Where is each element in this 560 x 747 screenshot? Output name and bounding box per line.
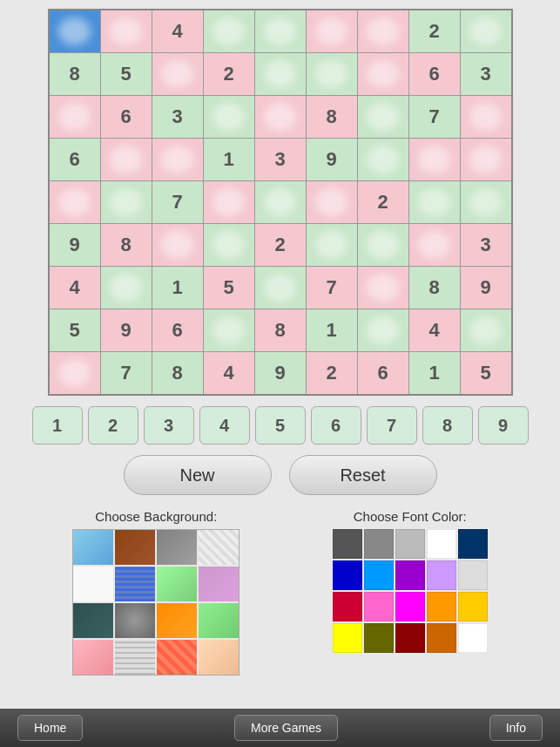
font-swatch-11[interactable]: [364, 592, 394, 621]
cell[interactable]: 9: [307, 139, 357, 180]
cell[interactable]: 8: [152, 352, 203, 394]
cell[interactable]: 9: [101, 309, 152, 351]
cell[interactable]: 6: [152, 309, 203, 351]
bg-swatch-7[interactable]: [199, 567, 239, 601]
cell[interactable]: 9: [50, 224, 100, 266]
cell[interactable]: 3: [255, 139, 306, 180]
cell[interactable]: [409, 181, 460, 223]
font-swatch-10[interactable]: [333, 592, 362, 621]
cell[interactable]: [50, 352, 100, 394]
font-swatch-2[interactable]: [395, 529, 425, 559]
cell[interactable]: [152, 139, 203, 180]
cell[interactable]: [50, 10, 100, 52]
cell[interactable]: [255, 53, 306, 95]
cell[interactable]: 8: [307, 96, 357, 138]
cell[interactable]: [358, 224, 408, 266]
num-btn-2[interactable]: 2: [88, 406, 138, 445]
cell[interactable]: [358, 10, 408, 52]
cell[interactable]: 2: [204, 53, 254, 95]
cell[interactable]: [358, 267, 408, 309]
num-btn-1[interactable]: 1: [32, 406, 83, 445]
bg-swatch-0[interactable]: [73, 530, 113, 565]
font-swatch-8[interactable]: [427, 560, 456, 590]
cell[interactable]: [409, 139, 460, 180]
cell[interactable]: [152, 53, 203, 95]
cell[interactable]: 8: [255, 309, 306, 351]
num-btn-5[interactable]: 5: [255, 406, 306, 445]
cell[interactable]: 4: [409, 309, 460, 351]
cell[interactable]: 9: [461, 267, 511, 309]
cell[interactable]: 4: [50, 267, 100, 309]
cell[interactable]: 6: [50, 139, 100, 180]
cell[interactable]: 1: [409, 352, 460, 394]
cell[interactable]: [307, 10, 357, 52]
cell[interactable]: 4: [204, 352, 254, 394]
cell[interactable]: 5: [101, 53, 152, 95]
info-button[interactable]: Info: [489, 715, 543, 741]
num-btn-7[interactable]: 7: [367, 406, 417, 445]
cell[interactable]: [358, 96, 408, 138]
cell[interactable]: 2: [255, 224, 306, 266]
bg-swatch-6[interactable]: [157, 567, 197, 601]
font-swatch-17[interactable]: [395, 623, 425, 653]
cell[interactable]: 7: [409, 96, 460, 138]
cell[interactable]: [255, 96, 306, 138]
cell[interactable]: 2: [307, 352, 357, 394]
cell[interactable]: [358, 139, 408, 180]
cell[interactable]: [358, 53, 408, 95]
cell[interactable]: [461, 309, 511, 351]
bg-swatch-8[interactable]: [73, 603, 113, 638]
cell[interactable]: 8: [101, 224, 152, 266]
cell[interactable]: 5: [50, 309, 100, 351]
sudoku-grid[interactable]: 4285263638761397298234157895968147849261…: [48, 9, 513, 396]
cell[interactable]: 2: [409, 10, 460, 52]
font-swatch-5[interactable]: [333, 560, 362, 590]
cell[interactable]: [255, 181, 306, 223]
cell[interactable]: 8: [50, 53, 100, 95]
cell[interactable]: [255, 10, 306, 52]
cell[interactable]: 5: [204, 267, 254, 309]
cell[interactable]: 3: [152, 96, 203, 138]
cell[interactable]: 5: [461, 352, 511, 394]
cell[interactable]: [50, 181, 100, 223]
cell[interactable]: [204, 181, 254, 223]
cell[interactable]: [204, 309, 254, 351]
more-games-button[interactable]: More Games: [234, 715, 338, 741]
font-swatch-7[interactable]: [395, 560, 425, 590]
cell[interactable]: [204, 96, 254, 138]
cell[interactable]: [358, 309, 408, 351]
cell[interactable]: [50, 96, 100, 138]
home-button[interactable]: Home: [17, 715, 83, 741]
cell[interactable]: [307, 181, 357, 223]
bg-swatch-15[interactable]: [199, 640, 239, 675]
cell[interactable]: [204, 224, 254, 266]
cell[interactable]: [204, 10, 254, 52]
font-swatch-0[interactable]: [333, 529, 362, 559]
cell[interactable]: [101, 267, 152, 309]
bg-grid[interactable]: [72, 529, 240, 676]
font-swatch-19[interactable]: [458, 623, 488, 653]
font-swatch-15[interactable]: [333, 623, 362, 653]
bg-swatch-12[interactable]: [73, 640, 113, 675]
cell[interactable]: 2: [358, 181, 408, 223]
font-swatch-18[interactable]: [427, 623, 456, 653]
font-swatch-1[interactable]: [364, 529, 394, 559]
cell[interactable]: 6: [358, 352, 408, 394]
font-swatch-14[interactable]: [458, 592, 488, 621]
bg-swatch-3[interactable]: [199, 530, 239, 565]
cell[interactable]: 8: [409, 267, 460, 309]
cell[interactable]: [307, 53, 357, 95]
cell[interactable]: 7: [307, 267, 357, 309]
font-grid[interactable]: [333, 529, 488, 653]
cell[interactable]: 9: [255, 352, 306, 394]
bg-swatch-9[interactable]: [115, 603, 155, 638]
cell[interactable]: [101, 139, 152, 180]
font-swatch-6[interactable]: [364, 560, 394, 590]
bg-swatch-11[interactable]: [199, 603, 239, 638]
new-button[interactable]: New: [124, 455, 272, 495]
cell[interactable]: 6: [409, 53, 460, 95]
cell[interactable]: 1: [307, 309, 357, 351]
cell[interactable]: [101, 181, 152, 223]
cell[interactable]: 4: [152, 10, 203, 52]
cell[interactable]: [461, 10, 511, 52]
